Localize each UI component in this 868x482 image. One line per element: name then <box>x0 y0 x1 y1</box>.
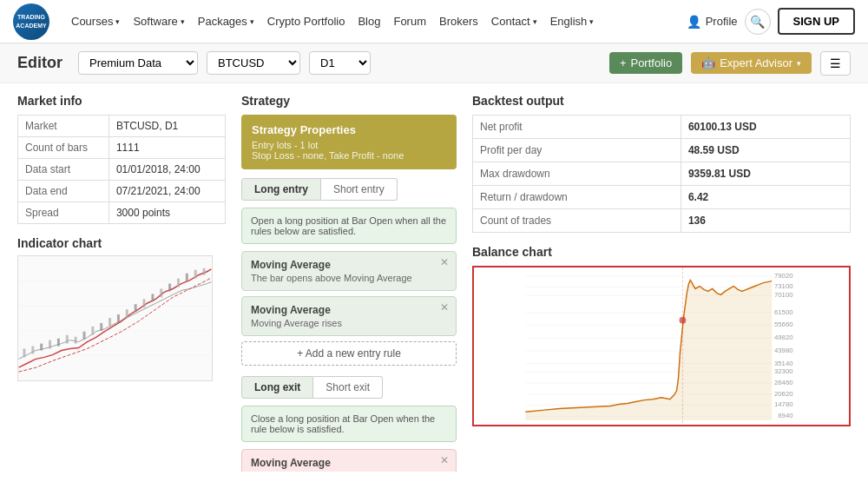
table-row: Count of trades 136 <box>473 209 851 233</box>
right-column: Backtest output Net profit 60100.13 USD … <box>472 94 851 472</box>
nav-item-contact[interactable]: Contact ▾ <box>485 10 543 32</box>
svg-rect-14 <box>108 318 111 327</box>
svg-rect-7 <box>49 340 51 349</box>
backtest-title: Backtest output <box>472 94 851 108</box>
editor-header: Editor Premium Data BTCUSD D1 + Portfoli… <box>0 43 868 83</box>
table-row: Market BTCUSD, D1 <box>18 116 226 137</box>
short-exit-tab[interactable]: Short exit <box>313 376 383 399</box>
add-entry-rule-button[interactable]: + Add a new entry rule <box>241 341 457 366</box>
menu-button[interactable]: ☰ <box>820 51 851 76</box>
svg-rect-5 <box>31 347 34 354</box>
strategy-title: Strategy <box>241 94 457 108</box>
table-row: Spread 3000 points <box>18 202 226 224</box>
svg-text:26460: 26460 <box>774 379 793 386</box>
nav-item-forum[interactable]: Forum <box>387 10 432 32</box>
svg-text:55660: 55660 <box>774 320 793 328</box>
svg-rect-24 <box>194 270 197 279</box>
portfolio-button[interactable]: + Portfolio <box>609 52 682 74</box>
long-entry-description: Open a long position at Bar Open when al… <box>241 208 457 244</box>
rule-desc: The bar opens below Moving Average <box>251 471 447 472</box>
svg-text:35140: 35140 <box>774 360 793 367</box>
main-content: Market info Market BTCUSD, D1 Count of b… <box>0 83 868 482</box>
plus-icon: + <box>620 56 627 69</box>
nav-item-packages[interactable]: Packages ▾ <box>192 10 260 32</box>
svg-rect-8 <box>57 339 60 347</box>
svg-rect-4 <box>23 349 25 358</box>
strategy-properties-desc: Entry lots - 1 lot <box>252 140 446 150</box>
svg-text:8940: 8940 <box>778 412 793 419</box>
market-info-table: Market BTCUSD, D1 Count of bars 1111 Dat… <box>17 115 226 224</box>
svg-text:49820: 49820 <box>774 333 793 341</box>
timeframe-select[interactable]: D1 <box>309 51 371 75</box>
close-icon[interactable]: ✕ <box>440 301 449 314</box>
table-row: Data start 01/01/2018, 24:00 <box>18 159 226 181</box>
entry-tabs: Long entry Short entry <box>241 178 457 201</box>
chevron-down-icon: ▾ <box>533 17 537 26</box>
robot-icon: 🤖 <box>701 56 715 69</box>
close-icon[interactable]: ✕ <box>440 256 449 268</box>
close-icon[interactable]: ✕ <box>440 454 449 466</box>
table-row: Data end 07/21/2021, 24:00 <box>18 181 226 202</box>
strategy-column: Strategy Strategy Properties Entry lots … <box>241 94 457 472</box>
chevron-down-icon: ▾ <box>181 17 185 26</box>
rule-title: Moving Average <box>251 304 447 316</box>
chevron-down-icon: ▾ <box>589 17 594 26</box>
svg-rect-19 <box>151 294 154 301</box>
nav-item-blog[interactable]: Blog <box>352 10 386 32</box>
long-exit-tab[interactable]: Long exit <box>241 376 313 399</box>
strategy-properties-title: Strategy Properties <box>252 123 446 136</box>
logo[interactable]: TRADINGACADEMY <box>13 3 49 40</box>
rule-desc: Moving Average rises <box>251 318 447 328</box>
table-row: Net profit 60100.13 USD <box>473 116 851 139</box>
svg-rect-16 <box>126 309 128 318</box>
market-info-section: Market info Market BTCUSD, D1 Count of b… <box>17 94 226 224</box>
short-entry-tab[interactable]: Short entry <box>321 178 398 201</box>
svg-text:14780: 14780 <box>774 400 793 408</box>
indicator-chart-svg <box>18 256 212 380</box>
chevron-down-icon: ▾ <box>250 17 254 26</box>
rule-title: Moving Average <box>251 457 447 469</box>
svg-rect-18 <box>143 299 146 307</box>
search-button[interactable]: 🔍 <box>745 9 771 35</box>
svg-rect-13 <box>100 323 102 331</box>
profile-button[interactable]: 👤 Profile <box>687 15 738 29</box>
long-exit-description: Close a long position at Bar Open when t… <box>241 406 457 442</box>
left-column: Market info Market BTCUSD, D1 Count of b… <box>17 94 226 472</box>
svg-text:32300: 32300 <box>774 367 793 375</box>
indicator-chart-section: Indicator chart <box>17 236 226 381</box>
nav-item-crypto[interactable]: Crypto Portfolio <box>261 10 352 32</box>
indicator-chart-title: Indicator chart <box>17 236 226 250</box>
symbol-select[interactable]: BTCUSD <box>207 51 300 75</box>
market-info-title: Market info <box>17 94 226 108</box>
strategy-properties-desc2: Stop Loss - none, Take Profit - none <box>252 150 446 161</box>
svg-rect-25 <box>203 268 206 275</box>
expert-advisor-button[interactable]: 🤖 Expert Advisor ▾ <box>691 52 812 74</box>
nav-right: 👤 Profile 🔍 SIGN UP <box>687 8 855 35</box>
table-row: Max drawdown 9359.81 USD <box>473 162 851 186</box>
chevron-down-icon: ▾ <box>115 17 120 26</box>
svg-rect-10 <box>75 337 77 344</box>
nav-item-software[interactable]: Software ▾ <box>127 10 190 32</box>
table-row: Return / drawdown 6.42 <box>473 186 851 209</box>
exit-rule-card-1[interactable]: ✕ Moving Average The bar opens below Mov… <box>241 449 457 472</box>
long-entry-tab[interactable]: Long entry <box>241 178 321 201</box>
rule-desc: The bar opens above Moving Average <box>251 273 447 283</box>
exit-tabs: Long exit Short exit <box>241 376 457 399</box>
balance-chart-svg: 79020 73100 70100 61500 55660 49820 4398… <box>474 267 849 425</box>
svg-rect-21 <box>168 284 171 292</box>
svg-text:20620: 20620 <box>774 390 793 398</box>
balance-chart-container: 79020 73100 70100 61500 55660 49820 4398… <box>472 266 851 426</box>
nav-item-brokers[interactable]: Brokers <box>433 10 484 32</box>
nav-item-courses[interactable]: Courses ▾ <box>65 10 126 32</box>
svg-rect-11 <box>83 332 86 340</box>
svg-text:70100: 70100 <box>774 291 793 299</box>
nav-item-english[interactable]: English ▾ <box>544 10 601 32</box>
data-source-select[interactable]: Premium Data <box>78 51 198 75</box>
rule-card-1[interactable]: ✕ Moving Average The bar opens above Mov… <box>241 251 457 291</box>
svg-rect-9 <box>66 335 69 344</box>
svg-rect-17 <box>135 304 137 312</box>
rule-card-2[interactable]: ✕ Moving Average Moving Average rises <box>241 296 457 336</box>
strategy-properties-card[interactable]: Strategy Properties Entry lots - 1 lot S… <box>241 115 457 169</box>
signup-button[interactable]: SIGN UP <box>778 8 855 35</box>
nav-links: Courses ▾ Software ▾ Packages ▾ Crypto P… <box>65 10 687 32</box>
